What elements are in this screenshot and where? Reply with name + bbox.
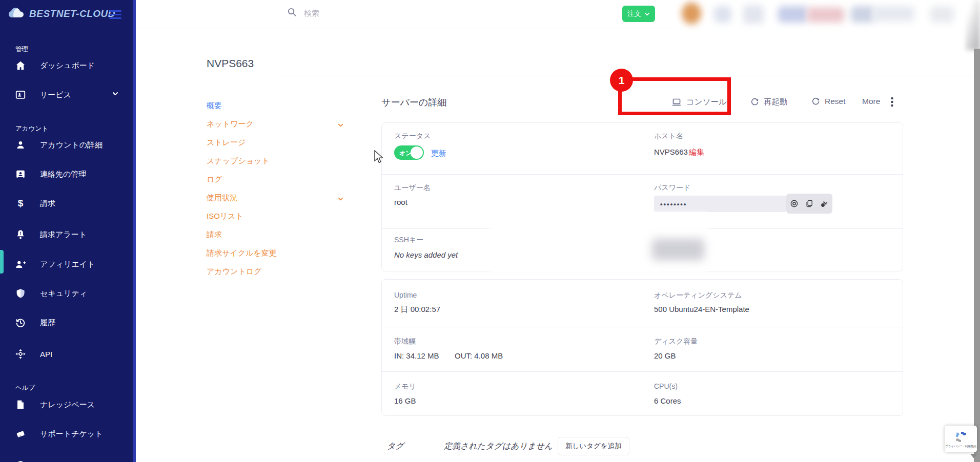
uptime-label: Uptime: [394, 291, 417, 299]
key-icon[interactable]: [820, 199, 829, 208]
sidebar-item-affiliate[interactable]: アフィリエイト: [0, 254, 132, 275]
sidebar-item-label: ナレッジベース: [40, 400, 95, 410]
sidebar-section-manage: 管理: [15, 45, 28, 54]
recaptcha-icon: [954, 430, 968, 444]
copy-icon[interactable]: [805, 199, 813, 208]
sidebar-item-dashboard[interactable]: ダッシュボード: [0, 55, 132, 76]
corner-triangle: [970, 454, 977, 458]
uptime-value: 2 日 00:02:57: [394, 305, 440, 314]
hostname-edit-link[interactable]: 編集: [689, 148, 704, 157]
sidebar-item-label: 請求: [40, 199, 55, 208]
restart-button[interactable]: 再起動: [750, 97, 788, 108]
more-button[interactable]: More: [862, 97, 880, 106]
bell-alert-icon: [14, 228, 27, 241]
subnav-label: 請求: [207, 230, 222, 239]
order-button[interactable]: 注文: [622, 6, 655, 22]
disk-label: ディスク容量: [654, 337, 698, 346]
username-label: ユーザー名: [394, 183, 431, 193]
brand-logo[interactable]: BESTNET-CLOUD: [7, 6, 115, 22]
refresh-icon: [811, 97, 820, 106]
subnav-item-account-log[interactable]: アカウントログ: [207, 267, 345, 282]
more-button-label: More: [862, 97, 880, 106]
recaptcha-badge[interactable]: プライバシー - 利用規約: [945, 426, 977, 452]
ticket-icon: [14, 428, 27, 440]
sidebar-item-partial[interactable]: [0, 455, 132, 462]
subnav-item-overview[interactable]: 概要: [207, 101, 345, 116]
subnav-label: アカウントログ: [207, 267, 261, 276]
ssh-keys-value: No keys added yet: [394, 250, 458, 259]
chevron-down-icon: [337, 121, 344, 130]
refresh-icon: [750, 98, 759, 107]
cloud-logo-icon: [7, 6, 26, 22]
annotation-box: [618, 77, 731, 115]
brand-name: BESTNET-CLOUD: [29, 8, 115, 19]
subnav-label: ストレージ: [207, 138, 246, 146]
reset-button[interactable]: Reset: [811, 97, 846, 106]
sidebar: BESTNET-CLOUD 管理 ダッシュボード サービス アカウント アカウン…: [0, 0, 136, 462]
api-icon: [14, 348, 27, 360]
tags-label: タグ: [387, 441, 404, 452]
sidebar-scrollbar[interactable]: [133, 0, 136, 462]
person-icon: [14, 139, 27, 151]
circle-icon: [14, 459, 27, 462]
ssh-keys-label: SSHキー: [394, 236, 423, 245]
sidebar-item-knowledgebase[interactable]: ナレッジベース: [0, 394, 132, 415]
chevron-down-icon: [112, 90, 119, 99]
show-password-icon[interactable]: [790, 199, 799, 208]
sidebar-item-billing[interactable]: $ 請求: [0, 193, 132, 214]
side-widget-tab[interactable]: [0, 250, 4, 274]
password-actions: [786, 194, 832, 214]
sidebar-item-api[interactable]: API: [0, 343, 132, 365]
subnav-item-storage[interactable]: ストレージ: [207, 138, 345, 153]
sidebar-item-services[interactable]: サービス: [0, 84, 132, 106]
subnav-item-log[interactable]: ログ: [207, 175, 345, 190]
document-icon: [14, 398, 27, 411]
console-button[interactable]: コンソール: [671, 97, 727, 108]
blurred-corner: [966, 0, 980, 50]
topbar: [136, 0, 980, 29]
shield-icon: [14, 287, 27, 300]
add-tag-button[interactable]: 新しいタグを追加: [558, 437, 629, 455]
subnav-item-snapshot[interactable]: スナップショット: [207, 156, 345, 172]
sidebar-item-history[interactable]: 履歴: [0, 312, 132, 333]
add-tag-button-label: 新しいタグを追加: [565, 442, 622, 451]
more-menu-icon[interactable]: [891, 97, 893, 107]
sidebar-item-label: アカウントの詳細: [40, 140, 103, 150]
refresh-link[interactable]: 更新: [431, 149, 446, 158]
sidebar-item-contacts[interactable]: 連絡先の管理: [0, 163, 132, 185]
sidebar-section-help: ヘルプ: [15, 384, 35, 392]
chevron-down-icon: [337, 195, 344, 204]
sidebar-item-support-tickets[interactable]: サポートチケット: [0, 423, 132, 445]
password-field[interactable]: ••••••••: [654, 196, 786, 212]
memory-label: メモリ: [394, 382, 416, 391]
subnav-item-billing-cycle[interactable]: 請求サイクルを変更: [207, 248, 345, 264]
reset-button-label: Reset: [825, 97, 846, 106]
row-divider: [382, 174, 903, 175]
sidebar-item-label: サービス: [40, 90, 71, 100]
sidebar-item-account-details[interactable]: アカウントの詳細: [0, 134, 132, 156]
subnav-item-network[interactable]: ネットワーク: [207, 119, 345, 135]
id-card-icon: [14, 89, 27, 101]
status-toggle[interactable]: オン: [394, 145, 424, 160]
subnav-item-usage[interactable]: 使用状況: [207, 193, 345, 208]
sidebar-item-billing-alerts[interactable]: 請求アラート: [0, 224, 132, 245]
sidebar-item-security[interactable]: セキュリティ: [0, 283, 132, 304]
page-scrollbar[interactable]: [974, 49, 980, 462]
subnav-label: 概要: [207, 101, 222, 110]
header-divider: [279, 76, 980, 76]
menu-toggle-icon[interactable]: [109, 10, 121, 21]
contact-card-icon: [14, 168, 27, 180]
server-specs-card: Uptime 2 日 00:02:57 オペレーティングシステム 500 Ubu…: [381, 279, 903, 416]
search-input[interactable]: [304, 9, 509, 17]
password-label: パスワード: [654, 183, 690, 193]
panel-title: サーバーの詳細: [381, 96, 446, 109]
subnav-item-iso-list[interactable]: ISOリスト: [207, 212, 345, 227]
chevron-down-icon: [644, 11, 650, 17]
person-add-icon: [14, 258, 27, 270]
bandwidth-out-value: OUT: 4.08 MB: [455, 351, 503, 360]
username-value: root: [394, 198, 407, 206]
subnav-item-billing[interactable]: 請求: [207, 230, 345, 245]
sidebar-item-label: 請求アラート: [40, 230, 87, 240]
disk-value: 20 GB: [654, 351, 676, 360]
password-mask: ••••••••: [660, 200, 687, 208]
